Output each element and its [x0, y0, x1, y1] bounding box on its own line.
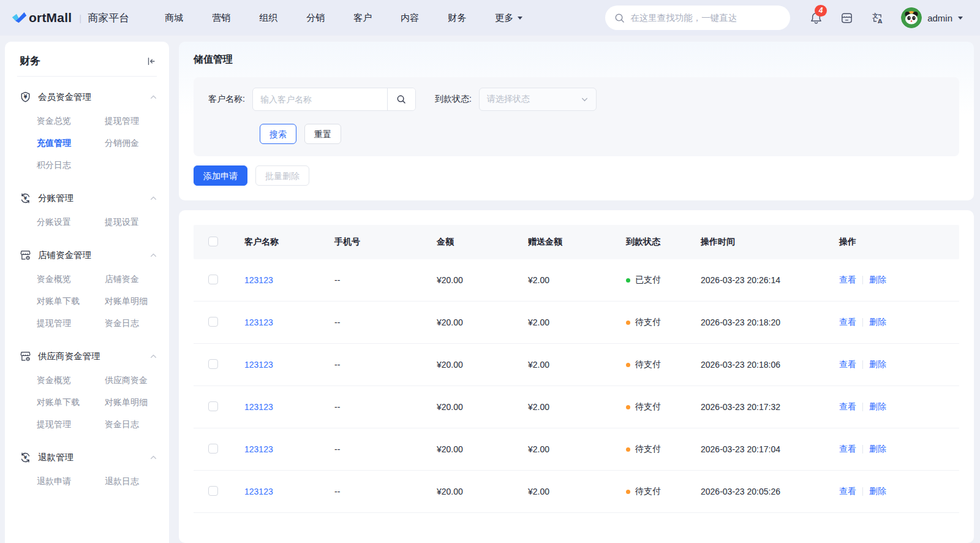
row-checkbox[interactable]: [208, 275, 218, 284]
row-checkbox[interactable]: [208, 486, 218, 496]
batch-delete-button[interactable]: 批量删除: [255, 165, 309, 186]
sidebar-subitem[interactable]: 供应商资金: [105, 375, 159, 386]
store-icon: [840, 11, 854, 25]
nav-item[interactable]: 分销: [306, 12, 325, 24]
nav-item-more[interactable]: 更多: [495, 12, 522, 24]
status-dot-icon: [626, 363, 630, 367]
status-select[interactable]: 请选择状态: [479, 88, 597, 111]
delete-link[interactable]: 删除: [869, 317, 886, 328]
customer-name-link[interactable]: 123123: [244, 487, 273, 496]
delete-link[interactable]: 删除: [869, 401, 886, 412]
sidebar-subitem[interactable]: 资金日志: [105, 318, 159, 329]
view-link[interactable]: 查看: [839, 359, 856, 370]
nav-item[interactable]: 内容: [401, 12, 419, 24]
nav-item[interactable]: 商城: [165, 12, 183, 24]
row-checkbox[interactable]: [208, 359, 218, 369]
amount-cell: ¥20.00: [437, 275, 528, 285]
sidebar-section-header[interactable]: 店铺资金管理: [20, 246, 159, 264]
sidebar-subitem[interactable]: 资金日志: [105, 419, 159, 430]
brand[interactable]: ortMall | 商家平台: [11, 10, 129, 25]
customer-name-link[interactable]: 123123: [244, 444, 273, 454]
search-button[interactable]: 搜索: [260, 124, 296, 144]
select-all-checkbox[interactable]: [208, 237, 218, 246]
customer-name-link[interactable]: 123123: [244, 402, 273, 412]
collapse-sidebar-button[interactable]: [146, 56, 157, 67]
nav-item[interactable]: 营销: [212, 12, 230, 24]
delete-link[interactable]: 删除: [869, 444, 886, 455]
divider: [862, 445, 863, 454]
col-header-customer: 客户名称: [244, 237, 334, 248]
sidebar-section-header[interactable]: ¥分账管理: [20, 189, 159, 207]
phone-cell: --: [334, 487, 437, 496]
sidebar-subitem[interactable]: 对账单下载: [37, 397, 105, 408]
svg-text:¥: ¥: [24, 455, 28, 460]
col-header-gift: 赠送金额: [528, 237, 626, 248]
sidebar-section-header[interactable]: 供应商资金管理: [20, 347, 159, 365]
user-name: admin: [927, 13, 952, 23]
nav-item[interactable]: 组织: [259, 12, 277, 24]
sidebar-subitem[interactable]: 资金总览: [37, 116, 105, 127]
sidebar-subitem[interactable]: 退款日志: [105, 476, 159, 487]
phone-cell: --: [334, 444, 437, 454]
col-header-amount: 金额: [437, 237, 528, 248]
sidebar-subitem[interactable]: 充值管理: [37, 138, 105, 149]
customer-name-link[interactable]: 123123: [244, 360, 273, 370]
reset-button[interactable]: 重置: [304, 124, 341, 144]
amount-cell: ¥20.00: [437, 487, 528, 496]
app: ortMall | 商家平台 商城营销组织分销客户内容财务 更多 在这里查找功能…: [0, 0, 980, 543]
sidebar-subitem[interactable]: 提现设置: [105, 217, 159, 228]
delete-link[interactable]: 删除: [869, 275, 886, 286]
nav-item[interactable]: 财务: [448, 12, 466, 24]
sidebar-subitem[interactable]: 提现管理: [37, 318, 105, 329]
view-link[interactable]: 查看: [839, 401, 856, 412]
customer-name-input[interactable]: [253, 88, 387, 110]
add-request-button[interactable]: 添加申请: [194, 165, 247, 186]
view-link[interactable]: 查看: [839, 486, 856, 497]
customer-name-link[interactable]: 123123: [244, 275, 273, 285]
store-button[interactable]: [840, 11, 854, 25]
table-row: 123123--¥20.00¥2.00已支付2026-03-23 20:26:1…: [194, 259, 959, 302]
gift-amount-cell: ¥2.00: [528, 487, 626, 496]
row-checkbox[interactable]: [208, 444, 218, 454]
time-cell: 2026-03-23 20:05:26: [701, 487, 839, 496]
sidebar-subitem[interactable]: 资金概览: [37, 375, 105, 386]
sidebar-subitem[interactable]: 资金概览: [37, 274, 105, 285]
user-menu[interactable]: admin: [901, 7, 963, 28]
view-link[interactable]: 查看: [839, 444, 856, 455]
refund-yen-icon: ¥: [20, 452, 31, 463]
notifications-button[interactable]: 4: [809, 11, 823, 25]
divider: [862, 276, 863, 284]
svg-text:¥: ¥: [24, 196, 28, 201]
row-checkbox[interactable]: [208, 317, 218, 327]
customer-name-link[interactable]: 123123: [244, 317, 273, 327]
sidebar-section-header[interactable]: ¥会员资金管理: [20, 88, 159, 106]
sidebar-subitem[interactable]: 对账单明细: [105, 296, 159, 307]
sidebar-subitem[interactable]: 提现管理: [37, 419, 105, 430]
global-search[interactable]: 在这里查找功能，一键直达: [605, 6, 790, 30]
sidebar-subitem[interactable]: 分账设置: [37, 217, 105, 228]
sidebar-subitem[interactable]: 对账单下载: [37, 296, 105, 307]
sidebar-section-header[interactable]: ¥退款管理: [20, 448, 159, 466]
sidebar-subitem[interactable]: 积分日志: [37, 160, 105, 171]
delete-link[interactable]: 删除: [869, 359, 886, 370]
gift-amount-cell: ¥2.00: [528, 444, 626, 454]
time-cell: 2026-03-23 20:17:32: [701, 402, 839, 412]
time-cell: 2026-03-23 20:26:14: [701, 275, 839, 285]
view-link[interactable]: 查看: [839, 275, 856, 286]
sidebar-subitem[interactable]: 退款申请: [37, 476, 105, 487]
sidebar-subitem[interactable]: 提现管理: [105, 116, 159, 127]
chevron-down-icon: [958, 17, 963, 20]
main-nav: 商城营销组织分销客户内容财务 更多: [165, 12, 522, 24]
nav-item[interactable]: 客户: [353, 12, 372, 24]
topbar: ortMall | 商家平台 商城营销组织分销客户内容财务 更多 在这里查找功能…: [0, 0, 980, 36]
sidebar-subitem[interactable]: 店铺资金: [105, 274, 159, 285]
view-link[interactable]: 查看: [839, 317, 856, 328]
filter-panel: 客户名称: 到款状态: 请选择状态: [194, 77, 959, 156]
delete-link[interactable]: 删除: [869, 486, 886, 497]
sidebar-subitem[interactable]: 对账单明细: [105, 397, 159, 408]
sidebar-subitem[interactable]: 分销佣金: [105, 138, 159, 149]
language-button[interactable]: 文 A: [870, 11, 884, 25]
status-cell: 待支付: [626, 359, 701, 370]
input-search-button[interactable]: [387, 88, 415, 110]
row-checkbox[interactable]: [208, 401, 218, 411]
